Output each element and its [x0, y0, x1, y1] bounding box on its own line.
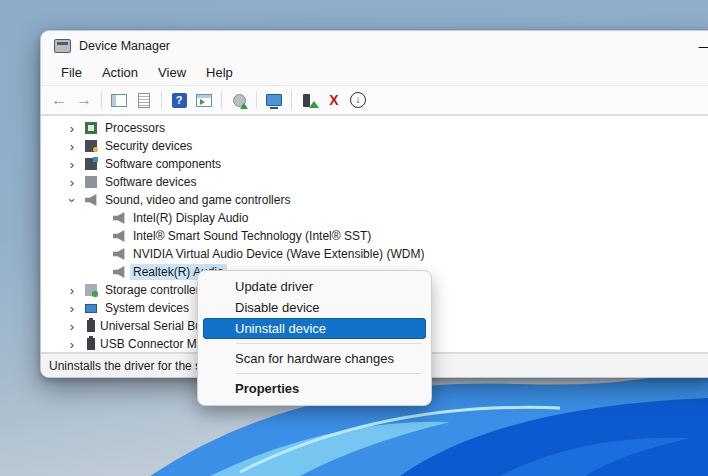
toolbar-icon: ← — [51, 92, 67, 108]
titlebar: Device Manager — — [41, 31, 708, 61]
chevron-icon[interactable]: › — [66, 193, 79, 207]
tree-item-label: Software devices — [102, 174, 199, 190]
forward-button[interactable]: → — [73, 89, 95, 111]
tree-item-intel-display-audio[interactable]: Intel(R) Display Audio — [41, 209, 708, 227]
chevron-icon[interactable]: › — [65, 320, 79, 333]
update-driver-button[interactable] — [298, 89, 320, 111]
help-button[interactable]: ? — [168, 89, 190, 111]
desktop-wallpaper: Device Manager — FileActionViewHelp ← → — [0, 0, 708, 476]
device-icon — [87, 320, 95, 332]
menu-file[interactable]: File — [51, 61, 92, 85]
context-menu-item-label: Uninstall device — [235, 321, 326, 336]
toolbar-separator — [256, 91, 257, 109]
tree-item-label: Intel® Smart Sound Technology (Intel® SS… — [130, 228, 374, 244]
device-icon — [113, 230, 125, 242]
context-menu-item-label: Scan for hardware changes — [235, 351, 394, 366]
tree-item-label: Storage controllers — [102, 282, 209, 298]
chevron-icon[interactable]: › — [65, 158, 79, 171]
context-menu-item-label: Disable device — [235, 300, 320, 315]
toolbar-separator — [221, 91, 222, 109]
uninstall-device-button[interactable]: X — [323, 89, 345, 111]
tree-item-security-devices[interactable]: › Security devices — [41, 137, 708, 155]
computer-button[interactable] — [263, 89, 285, 111]
device-icon — [85, 158, 97, 170]
tree-item-label: Security devices — [102, 138, 195, 154]
menu-item-disable-device[interactable]: Disable device — [203, 297, 426, 318]
action-pane-button[interactable] — [193, 89, 215, 111]
chevron-icon[interactable]: › — [65, 302, 79, 315]
tree-item-processors[interactable]: › Processors — [41, 119, 708, 137]
tree-item-software-devices[interactable]: › Software devices — [41, 173, 708, 191]
toolbar-separator — [101, 91, 102, 109]
menu-bar: FileActionViewHelp — [41, 61, 708, 86]
tree-item-label: Intel(R) Display Audio — [130, 210, 251, 226]
menu-item-uninstall-device[interactable]: Uninstall device — [203, 318, 426, 339]
device-icon — [85, 140, 97, 152]
device-icon — [113, 248, 125, 260]
toolbar-separator — [161, 91, 162, 109]
toolbar-separator — [291, 91, 292, 109]
context-menu: Update driver Disable device Uninstall d… — [197, 270, 432, 406]
menu-separator — [236, 373, 421, 374]
tree-item-label: Processors — [102, 120, 168, 136]
minimize-button[interactable]: — — [689, 31, 708, 61]
device-icon — [85, 304, 97, 313]
menu-separator — [236, 343, 421, 344]
toolbar-icon: ↓ — [356, 95, 361, 105]
tree-item-label: System devices — [102, 300, 192, 316]
toolbar-icon: X — [329, 93, 338, 107]
menu-item-properties[interactable]: Properties — [203, 378, 426, 399]
device-manager-icon — [54, 39, 71, 53]
toolbar: ← → ? — [41, 86, 708, 115]
show-console-tree-button[interactable] — [108, 89, 130, 111]
back-button[interactable]: ← — [48, 89, 70, 111]
device-icon — [87, 338, 95, 350]
context-menu-item-label: Properties — [235, 381, 299, 396]
window-title: Device Manager — [79, 39, 170, 53]
device-icon — [85, 122, 97, 134]
disable-device-button[interactable]: ↓ — [350, 92, 366, 108]
menu-item-update-driver[interactable]: Update driver — [203, 276, 426, 297]
menu-view[interactable]: View — [148, 61, 196, 85]
device-icon — [85, 284, 97, 296]
device-icon — [113, 212, 125, 224]
chevron-icon[interactable]: › — [65, 122, 79, 135]
device-icon — [85, 194, 97, 206]
scan-hardware-changes-button[interactable] — [228, 89, 250, 111]
context-menu-item-label: Update driver — [235, 279, 313, 294]
tree-item-software-components[interactable]: › Software components — [41, 155, 708, 173]
device-icon — [85, 176, 97, 188]
menu-action[interactable]: Action — [92, 61, 148, 85]
chevron-icon[interactable]: › — [65, 338, 79, 351]
tree-item-intel-smart-sound-technology[interactable]: Intel® Smart Sound Technology (Intel® SS… — [41, 227, 708, 245]
chevron-icon[interactable]: › — [65, 140, 79, 153]
tree-item-nvidia-virtual-audio-device[interactable]: NVIDIA Virtual Audio Device (Wave Extens… — [41, 245, 708, 263]
tree-item-label: Sound, video and game controllers — [102, 192, 293, 208]
device-icon — [113, 266, 125, 278]
tree-item-sound-video-and-game-controllers[interactable]: › Sound, video and game controllers — [41, 191, 708, 209]
tree-item-label: Software components — [102, 156, 224, 172]
toolbar-icon: ? — [172, 93, 187, 108]
menu-item-scan-for-hardware-changes[interactable]: Scan for hardware changes — [203, 348, 426, 369]
toolbar-icon: → — [76, 92, 92, 108]
chevron-icon[interactable]: › — [65, 284, 79, 297]
tree-item-label: NVIDIA Virtual Audio Device (Wave Extens… — [130, 246, 427, 262]
properties-button[interactable] — [133, 89, 155, 111]
chevron-icon[interactable]: › — [65, 176, 79, 189]
menu-help[interactable]: Help — [196, 61, 243, 85]
